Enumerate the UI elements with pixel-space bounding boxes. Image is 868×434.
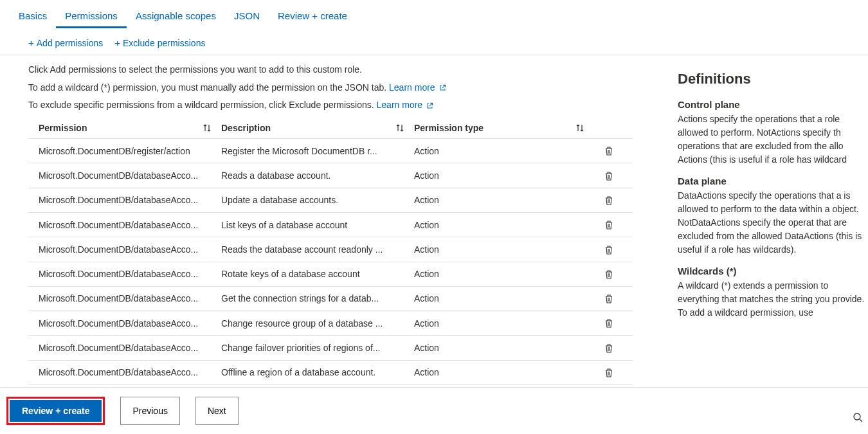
table-row: Microsoft.DocumentDB/databaseAcco...List… [28,213,633,237]
cell-permission: Microsoft.DocumentDB/databaseAcco... [28,269,221,279]
help-line3: To exclude specific permissions from a w… [28,98,656,113]
cell-permission: Microsoft.DocumentDB/databaseAcco... [28,318,221,329]
delete-icon[interactable] [604,146,614,156]
cell-permission: Microsoft.DocumentDB/databaseAcco... [28,343,221,353]
review-create-button[interactable]: Review + create [10,400,102,422]
cell-permission: Microsoft.DocumentDB/databaseAcco... [28,220,221,230]
plus-icon: + [28,37,34,48]
delete-icon[interactable] [604,220,614,230]
sort-icon [575,123,585,133]
review-create-highlight: Review + create [6,397,105,425]
learn-more-link[interactable]: Learn more [389,82,435,93]
sort-icon [395,123,405,133]
cell-actions [594,367,633,378]
cell-permission: Microsoft.DocumentDB/register/action [28,146,221,156]
plus-icon: + [114,37,120,48]
cell-permission: Microsoft.DocumentDB/databaseAcco... [28,367,221,377]
delete-icon[interactable] [604,318,614,329]
svg-point-0 [854,413,860,420]
cell-actions [594,219,633,230]
add-permissions-label: Add permissions [37,38,104,48]
exclude-permissions-button[interactable]: + Exclude permissions [114,37,205,48]
cell-type: Action [414,195,594,205]
footer-bar: Review + create Previous Next [0,387,868,434]
table-row: Microsoft.DocumentDB/register/actionRegi… [28,139,633,163]
help-line1: Click Add permissions to select the perm… [28,63,656,77]
cell-type: Action [414,244,594,255]
cell-type: Action [414,318,594,329]
cell-actions [594,244,633,255]
cell-type: Action [414,170,594,181]
cell-permission: Microsoft.DocumentDB/databaseAcco... [28,195,221,205]
table-row: Microsoft.DocumentDB/databaseAcco...Offl… [28,361,633,385]
cell-type: Action [414,293,594,303]
col-description[interactable]: Description [221,123,414,133]
previous-button[interactable]: Previous [120,397,179,425]
definitions-title: Definitions [678,71,868,87]
cell-actions [594,293,633,304]
cell-description: Change resource group of a database ... [221,318,414,329]
exclude-permissions-label: Exclude permissions [123,38,205,48]
cell-description: Reads a database account. [221,170,414,181]
sort-icon [202,123,212,133]
tab-json[interactable]: JSON [225,5,269,28]
permissions-table: Permission Description Permission type M… [28,118,633,385]
col-permission-type[interactable]: Permission type [414,123,594,133]
wildcards-heading: Wildcards (*) [678,266,868,276]
cell-actions [594,170,633,181]
table-row: Microsoft.DocumentDB/databaseAcco...Chan… [28,336,633,360]
delete-icon[interactable] [604,343,614,354]
tab-assignable-scopes[interactable]: Assignable scopes [127,5,225,28]
cell-actions [594,145,633,156]
delete-icon[interactable] [604,368,614,378]
main-panel: Click Add permissions to select the perm… [0,55,656,385]
cell-description: Register the Microsoft DocumentDB r... [221,146,414,156]
cell-type: Action [414,146,594,156]
tab-permissions[interactable]: Permissions [56,5,127,28]
cell-type: Action [414,220,594,230]
cell-actions [594,318,633,329]
cell-type: Action [414,367,594,377]
table-row: Microsoft.DocumentDB/databaseAcco...Upda… [28,188,633,213]
col-permission[interactable]: Permission [28,123,221,133]
cell-actions [594,342,633,353]
search-icon[interactable] [853,412,863,422]
action-bar: + Add permissions + Exclude permissions [0,28,868,55]
table-row: Microsoft.DocumentDB/databaseAcco...Chan… [28,311,633,336]
cell-actions [594,195,633,206]
help-line2: To add a wildcard (*) permission, you mu… [28,81,656,95]
cell-actions [594,269,633,280]
cell-permission: Microsoft.DocumentDB/databaseAcco... [28,293,221,303]
cell-description: Offline a region of a database account. [221,367,414,377]
cell-type: Action [414,343,594,353]
external-link-icon [439,84,446,91]
table-row: Microsoft.DocumentDB/databaseAcco...Get … [28,287,633,311]
cell-description: Get the connection strings for a datab..… [221,293,414,303]
control-plane-heading: Control plane [678,99,868,110]
delete-icon[interactable] [604,269,614,280]
tabs-bar: Basics Permissions Assignable scopes JSO… [0,0,868,28]
col-actions [594,123,633,133]
tab-review-create[interactable]: Review + create [269,5,356,28]
external-link-icon [426,102,433,109]
cell-permission: Microsoft.DocumentDB/databaseAcco... [28,170,221,181]
data-plane-text: DataActions specify the operations that … [678,189,868,257]
learn-more-link[interactable]: Learn more [377,100,423,110]
table-row: Microsoft.DocumentDB/databaseAcco...Rota… [28,262,633,287]
cell-type: Action [414,269,594,279]
definitions-panel: Definitions Control plane Actions specif… [656,55,868,385]
delete-icon[interactable] [604,245,614,255]
delete-icon[interactable] [604,294,614,304]
wildcards-text: A wildcard (*) extends a permission to e… [678,279,868,320]
next-button[interactable]: Next [195,397,239,425]
cell-description: Update a database accounts. [221,195,414,205]
delete-icon[interactable] [604,171,614,181]
control-plane-text: Actions specify the operations that a ro… [678,113,868,167]
tab-basics[interactable]: Basics [10,5,56,28]
cell-description: List keys of a database account [221,220,414,230]
add-permissions-button[interactable]: + Add permissions [28,37,103,48]
cell-description: Change failover priorities of regions of… [221,343,414,353]
table-header: Permission Description Permission type [28,118,633,139]
cell-description: Reads the database account readonly ... [221,244,414,255]
delete-icon[interactable] [604,195,614,206]
